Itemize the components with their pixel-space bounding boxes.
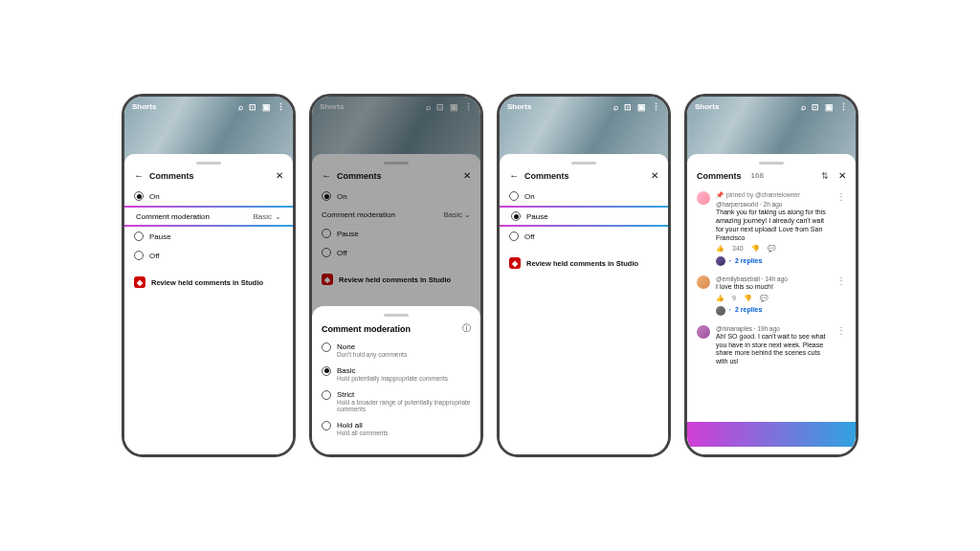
more-icon[interactable]: ⋮: [836, 276, 846, 316]
camera-icon[interactable]: ⊡: [812, 102, 819, 112]
radio-icon: [322, 390, 331, 400]
like-icon[interactable]: 👍: [716, 245, 724, 253]
review-held-link[interactable]: ◈ Review held comments in Studio: [134, 276, 283, 288]
avatar[interactable]: [697, 191, 710, 205]
comments-paused-bar: Comments are paused. Learn more: [695, 425, 848, 443]
radio-icon: [322, 342, 331, 352]
comment-text: I love this so much!: [716, 283, 831, 292]
like-count: 9: [732, 295, 736, 303]
avatar: [716, 256, 725, 266]
radio-icon: [134, 191, 144, 201]
radio-label: Pause: [149, 232, 171, 241]
drag-handle[interactable]: [571, 162, 596, 165]
radio-off[interactable]: Off: [134, 246, 283, 265]
more-icon[interactable]: ⋮: [277, 102, 285, 112]
studio-icon: ◈: [134, 276, 145, 288]
sheet-title: Comment moderation: [322, 324, 462, 334]
phone-mock-1: Shorts ⌕ ⊡ ▣ ⋮ ← Comments ✕ On Pause Off…: [122, 94, 296, 457]
radio-icon: [322, 421, 331, 430]
like-icon[interactable]: 👍: [716, 295, 724, 303]
drag-handle[interactable]: [196, 162, 221, 165]
comment-item: 📌pinned by @channelowner @harpersworld ·…: [697, 187, 846, 271]
close-icon[interactable]: ✕: [651, 170, 658, 181]
avatar[interactable]: [697, 325, 710, 339]
option-label: None: [337, 342, 407, 351]
cast-icon[interactable]: ▣: [262, 102, 271, 112]
video-hero: Shorts ⌕ ⊡ ▣ ⋮: [687, 97, 856, 162]
search-icon[interactable]: ⌕: [613, 102, 618, 112]
comment-user[interactable]: @ninanaples: [716, 325, 752, 332]
phone-mock-2: Shorts ⌕ ⊡ ▣ ⋮ ← Comments ✕ On Comment m…: [309, 94, 483, 457]
more-icon[interactable]: ⋮: [836, 325, 846, 366]
radio-pause[interactable]: Pause: [134, 227, 283, 246]
comment-time: 14h ago: [765, 276, 788, 282]
option-label: Hold all: [337, 421, 388, 430]
review-label: Review held comments in Studio: [151, 278, 263, 287]
more-icon[interactable]: ⋮: [836, 191, 846, 266]
drag-handle[interactable]: [759, 162, 784, 165]
radio-label: Off: [524, 232, 535, 241]
camera-icon[interactable]: ⊡: [624, 102, 632, 112]
radio-icon: [509, 191, 519, 201]
paused-text: Comments are paused.: [702, 430, 777, 438]
option-desc: Hold potentially inappropriate comments: [337, 375, 448, 383]
comment-user[interactable]: @harpersworld: [716, 201, 758, 208]
dislike-icon[interactable]: 👎: [744, 295, 752, 303]
studio-icon: ◈: [509, 257, 521, 269]
back-icon[interactable]: ←: [509, 170, 519, 181]
comment-user[interactable]: @emilybaseball: [716, 276, 760, 282]
video-hero: Shorts ⌕ ⊡ ▣ ⋮: [500, 97, 668, 162]
option-desc: Hold a broader range of potentially inap…: [337, 399, 471, 414]
learn-more-link[interactable]: Learn more: [780, 430, 816, 438]
reply-icon[interactable]: 💬: [768, 245, 776, 253]
dislike-icon[interactable]: 👎: [751, 245, 760, 253]
review-held-link[interactable]: ◈ Review held comments in Studio: [509, 257, 658, 269]
radio-label: Off: [149, 252, 160, 260]
comment-item: @ninanaples · 19h ago Ah! SO good. I can…: [697, 320, 846, 371]
shorts-label: Shorts: [132, 102, 156, 111]
cast-icon[interactable]: ▣: [825, 102, 834, 112]
pin-icon: 📌: [716, 191, 724, 199]
shorts-label: Shorts: [507, 102, 531, 111]
replies-toggle[interactable]: · 2 replies: [716, 256, 831, 266]
radio-icon: [134, 231, 144, 241]
radio-icon: [322, 366, 331, 376]
comment-item: @emilybaseball · 14h ago I love this so …: [697, 271, 846, 320]
option-holdall[interactable]: Hold allHold all comments: [322, 417, 471, 441]
option-strict[interactable]: StrictHold a broader range of potentiall…: [322, 386, 471, 418]
more-icon[interactable]: ⋮: [839, 102, 848, 112]
back-icon[interactable]: ←: [134, 170, 144, 181]
close-icon[interactable]: ✕: [276, 170, 283, 181]
replies-toggle[interactable]: · 2 replies: [716, 306, 831, 316]
comments-settings-sheet: ← Comments ✕ On Pause Off ◈ Review held …: [124, 154, 293, 454]
option-none[interactable]: NoneDon't hold any comments: [322, 339, 471, 363]
comment-text: Ah! SO good. I can't wait to see what yo…: [716, 333, 831, 366]
reply-icon[interactable]: 💬: [760, 295, 768, 303]
option-basic[interactable]: BasicHold potentially inappropriate comm…: [322, 363, 471, 386]
comments-settings-sheet: ← Comments ✕ On Off ◈ Review held commen…: [500, 154, 668, 454]
more-icon[interactable]: ⋮: [652, 102, 660, 112]
comments-list-sheet: Comments 168 ⇅ ✕ 📌pinned by @channelowne…: [687, 154, 856, 454]
option-desc: Hold all comments: [337, 430, 388, 437]
camera-icon[interactable]: ⊡: [249, 102, 256, 112]
search-icon[interactable]: ⌕: [238, 102, 243, 112]
info-icon[interactable]: ⓘ: [462, 322, 471, 335]
replies-label: 2 replies: [735, 257, 762, 266]
option-label: Strict: [337, 390, 471, 399]
radio-on[interactable]: On: [134, 187, 283, 206]
radio-off[interactable]: Off: [509, 227, 658, 246]
review-label: Review held comments in Studio: [526, 259, 638, 268]
comment-text: Thank you for taking us along for this a…: [716, 209, 831, 242]
moderation-bottom-sheet: Comment moderation ⓘ NoneDon't hold any …: [312, 306, 480, 454]
comments-count: 168: [751, 171, 764, 180]
avatar[interactable]: [697, 276, 710, 289]
phone-mock-3: Shorts ⌕ ⊡ ▣ ⋮ ← Comments ✕ On Off ◈ Rev…: [497, 94, 671, 457]
option-desc: Don't hold any comments: [337, 351, 407, 359]
search-icon[interactable]: ⌕: [801, 102, 806, 112]
radio-on[interactable]: On: [509, 187, 658, 206]
close-icon[interactable]: ✕: [838, 170, 846, 181]
drag-handle[interactable]: [384, 314, 409, 317]
sort-icon[interactable]: ⇅: [821, 171, 829, 181]
like-count: 340: [732, 245, 744, 253]
cast-icon[interactable]: ▣: [637, 102, 646, 112]
